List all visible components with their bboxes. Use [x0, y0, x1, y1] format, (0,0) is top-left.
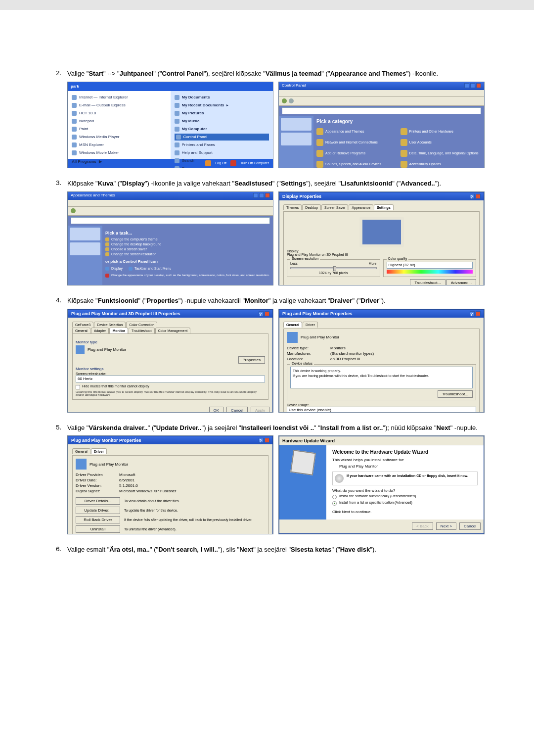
help-support[interactable]: Help and Support	[182, 150, 213, 155]
tab-settings[interactable]: Settings	[374, 204, 394, 210]
display-icon-link[interactable]: Display	[105, 267, 123, 271]
start-item-notepad[interactable]: Notepad	[79, 119, 94, 123]
start-item-wmm[interactable]: Windows Movie Maker	[79, 150, 119, 155]
tab-general[interactable]: General	[72, 448, 90, 454]
tab-appearance[interactable]: Appearance	[349, 204, 373, 210]
close-icon[interactable]	[265, 193, 270, 198]
task-screensaver[interactable]: Choose a screen saver	[105, 247, 270, 251]
cat-datetime[interactable]: Date, Time, Language, and Regional Optio…	[400, 149, 482, 158]
rollback-button[interactable]: Roll Back Driver	[76, 516, 120, 523]
radio-icon[interactable]	[332, 495, 337, 499]
apply-button[interactable]: Apply	[251, 407, 269, 413]
printers-faxes[interactable]: Printers and Faxes	[182, 142, 215, 147]
cat-accessibility[interactable]: Accessibility Options	[400, 160, 482, 168]
hide-modes-checkbox[interactable]: Hide modes that this monitor cannot disp…	[76, 384, 265, 389]
search-link[interactable]: Search	[182, 158, 194, 163]
menubar[interactable]	[279, 90, 484, 97]
advanced-button[interactable]: Advanced...	[446, 279, 476, 285]
ok-button[interactable]: OK	[209, 407, 224, 413]
start-item-internet[interactable]: Internet — Internet Explorer	[79, 95, 128, 99]
help-icon[interactable]: ?	[470, 311, 475, 316]
logoff-button[interactable]: Log Off	[215, 161, 226, 165]
maximize-icon[interactable]	[259, 193, 264, 198]
cancel-button[interactable]: Cancel	[459, 522, 481, 530]
my-recent-docs[interactable]: My Recent Documents	[182, 103, 224, 107]
tab-driver[interactable]: Driver	[91, 448, 107, 454]
tab-adapter[interactable]: Adapter	[91, 328, 109, 333]
cat-network[interactable]: Network and Internet Connections	[316, 138, 398, 147]
help-icon[interactable]: ?	[259, 438, 264, 443]
troubleshoot-button[interactable]: Troubleshoot...	[410, 279, 445, 285]
logoff-icon[interactable]	[205, 160, 211, 166]
radio-auto[interactable]: Install the software automatically (Reco…	[332, 494, 478, 499]
cat-appearance[interactable]: Appearance and Themes	[316, 127, 398, 136]
toolbar[interactable]	[68, 207, 273, 216]
tab-geforce[interactable]: GeForce3	[72, 322, 93, 328]
driver-details-button[interactable]: Driver Details...	[76, 497, 120, 505]
cat-add-remove[interactable]: Add or Remove Programs	[316, 149, 398, 158]
refresh-rate-select[interactable]: 60 Hertz	[76, 376, 265, 382]
control-panel-item[interactable]: Control Panel	[175, 134, 269, 141]
radio-list[interactable]: Install from a list or specific location…	[332, 501, 478, 506]
radio-icon[interactable]	[332, 501, 337, 506]
tab-driver[interactable]: Driver	[303, 322, 318, 328]
slider-thumb[interactable]	[333, 266, 336, 271]
menubar[interactable]	[68, 200, 273, 207]
tab-color-mgmt[interactable]: Color Management	[155, 328, 191, 333]
close-icon[interactable]	[265, 438, 269, 443]
my-computer[interactable]: My Computer	[182, 127, 207, 131]
start-item-paint[interactable]: Paint	[79, 127, 88, 131]
troubleshoot-button[interactable]: Troubleshoot...	[438, 390, 473, 398]
tab-general[interactable]: General	[72, 328, 90, 333]
uninstall-button[interactable]: Uninstall	[76, 525, 120, 533]
taskbar-icon-link[interactable]: Taskbar and Start Menu	[129, 267, 171, 271]
cat-users[interactable]: User Accounts	[400, 138, 482, 147]
back-button[interactable]: < Back	[412, 522, 433, 530]
task-resolution[interactable]: Change the screen resolution	[105, 252, 270, 256]
tab-device-selection[interactable]: Device Selection	[94, 322, 126, 328]
tab-monitor[interactable]: Monitor	[109, 328, 128, 333]
next-button[interactable]: Next >	[436, 522, 456, 530]
start-item-email[interactable]: E-mail — Outlook Express	[79, 103, 126, 107]
close-icon[interactable]	[265, 311, 269, 316]
cancel-button[interactable]: Cancel	[226, 407, 248, 413]
task-background[interactable]: Change the desktop background	[105, 242, 270, 246]
my-pictures[interactable]: My Pictures	[182, 111, 204, 115]
cat-sounds[interactable]: Sounds, Speech, and Audio Devices	[316, 160, 398, 168]
tab-screensaver[interactable]: Screen Saver	[321, 204, 348, 210]
task-theme[interactable]: Change the computer's theme	[105, 237, 270, 241]
color-quality-select[interactable]: Highest (32 bit)	[387, 262, 473, 269]
close-icon[interactable]	[476, 311, 481, 316]
my-documents[interactable]: My Documents	[182, 95, 210, 99]
update-driver-button[interactable]: Update Driver...	[76, 507, 120, 514]
properties-button[interactable]: Properties	[238, 356, 265, 364]
tab-general[interactable]: General	[283, 322, 302, 328]
start-item-wmp[interactable]: Windows Media Player	[79, 135, 119, 139]
my-music[interactable]: My Music	[182, 119, 200, 123]
close-icon[interactable]	[476, 83, 481, 88]
all-programs[interactable]: All Programs	[72, 159, 96, 164]
tab-color-correction[interactable]: Color Correction	[126, 322, 157, 328]
toolbar[interactable]	[279, 97, 484, 106]
cat-printers[interactable]: Printers and Other Hardware	[400, 127, 482, 136]
turnoff-button[interactable]: Turn Off Computer	[240, 161, 269, 165]
resolution-slider[interactable]	[290, 267, 377, 269]
minimize-icon[interactable]	[464, 83, 469, 88]
close-icon[interactable]	[476, 194, 481, 199]
device-usage-select[interactable]: Use this device (enable)	[287, 407, 476, 413]
forward-icon[interactable]	[289, 98, 294, 103]
tab-themes[interactable]: Themes	[283, 204, 302, 210]
back-icon[interactable]	[282, 98, 287, 103]
minimize-icon[interactable]	[253, 193, 258, 198]
start-item-hct[interactable]: HCT 10.0	[79, 111, 96, 115]
help-icon[interactable]: ?	[470, 194, 475, 199]
address-bar[interactable]	[282, 107, 481, 114]
start-item-msn[interactable]: MSN Explorer	[79, 142, 104, 147]
shutdown-icon[interactable]	[230, 160, 236, 166]
help-icon[interactable]: ?	[259, 311, 264, 316]
checkbox-icon[interactable]	[76, 385, 80, 389]
maximize-icon[interactable]	[470, 83, 475, 88]
tab-desktop[interactable]: Desktop	[302, 204, 321, 210]
address-bar[interactable]	[71, 217, 270, 224]
back-icon[interactable]	[71, 208, 76, 213]
